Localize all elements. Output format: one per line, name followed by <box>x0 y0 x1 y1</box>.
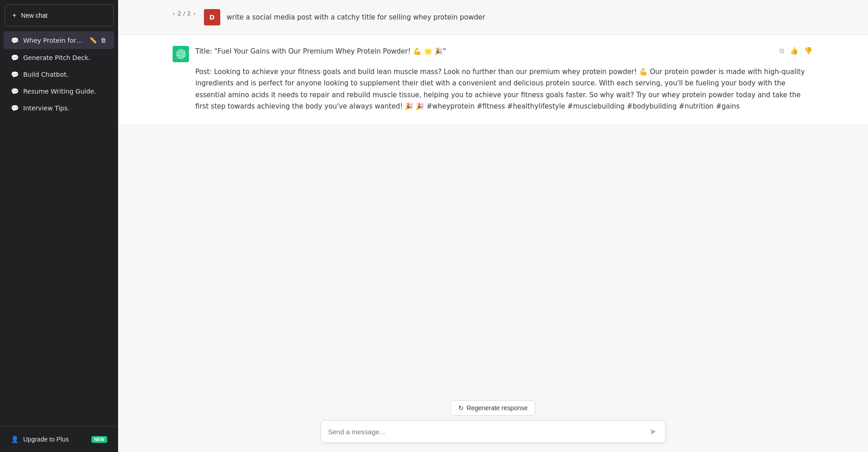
chat-icon: 💬 <box>11 37 19 44</box>
regenerate-label: Regenerate response <box>466 404 528 412</box>
sidebar-item-label-2: Generate Pitch Deck. <box>23 54 107 61</box>
user-message-row: ‹ 2 / 2 › D write a social media post wi… <box>118 0 868 35</box>
new-badge: NEW <box>91 436 107 443</box>
sidebar-item-resume-writing[interactable]: 💬 Resume Writing Guide. <box>4 83 114 99</box>
sidebar-nav: 💬 Whey Protein for Gains. ✏️ 🗑 💬 Generat… <box>0 29 118 426</box>
sidebar-item-whey-protein[interactable]: 💬 Whey Protein for Gains. ✏️ 🗑 <box>4 31 114 49</box>
edit-chat-button[interactable]: ✏️ <box>89 36 98 45</box>
pagination-current: 2 / 2 <box>178 10 191 17</box>
next-arrow[interactable]: › <box>193 10 196 17</box>
delete-chat-button[interactable]: 🗑 <box>99 36 107 45</box>
new-chat-button[interactable]: + New chat <box>5 5 114 26</box>
message-actions: ⧉ 👍 👎 <box>779 46 813 56</box>
chat-icon-5: 💬 <box>11 104 19 112</box>
upgrade-button[interactable]: 👤 Upgrade to Plus NEW <box>5 431 114 447</box>
thumbs-down-button[interactable]: 👎 <box>803 46 813 56</box>
chat-area: ‹ 2 / 2 › D write a social media post wi… <box>118 0 868 395</box>
assistant-title: Title: "Fuel Your Gains with Our Premium… <box>195 46 813 58</box>
item-actions: ✏️ 🗑 <box>89 36 107 45</box>
assistant-post: Post: Looking to achieve your fitness go… <box>195 66 813 113</box>
sidebar-item-label-5: Interview Tips. <box>23 104 107 112</box>
plus-icon: + <box>12 11 16 20</box>
assistant-content: Title: "Fuel Your Gains with Our Premium… <box>195 46 813 113</box>
sidebar: + New chat 💬 Whey Protein for Gains. ✏️ … <box>0 0 118 452</box>
assistant-avatar <box>173 46 189 62</box>
sidebar-item-label: Whey Protein for Gains. <box>23 37 84 44</box>
sidebar-item-label-4: Resume Writing Guide. <box>23 88 107 95</box>
chat-icon-2: 💬 <box>11 54 19 61</box>
sidebar-item-label-3: Build Chatbot. <box>23 71 107 78</box>
sidebar-footer: 👤 Upgrade to Plus NEW <box>0 426 118 452</box>
prev-arrow[interactable]: ‹ <box>173 10 175 17</box>
new-chat-label: New chat <box>21 12 47 19</box>
user-icon: 👤 <box>11 436 19 443</box>
assistant-message-row: Title: "Fuel Your Gains with Our Premium… <box>118 35 868 124</box>
user-message-text: write a social media post with a catchy … <box>227 9 485 23</box>
regenerate-button[interactable]: ↻ Regenerate response <box>451 400 536 416</box>
thumbs-up-button[interactable]: 👍 <box>789 46 799 56</box>
sidebar-item-pitch-deck[interactable]: 💬 Generate Pitch Deck. <box>4 50 114 66</box>
chat-icon-3: 💬 <box>11 71 19 78</box>
pagination: ‹ 2 / 2 › <box>173 10 196 17</box>
regenerate-icon: ↻ <box>458 404 464 412</box>
sidebar-item-interview-tips[interactable]: 💬 Interview Tips. <box>4 100 114 116</box>
send-button[interactable]: ➤ <box>648 427 658 437</box>
bottom-area: ↻ Regenerate response ➤ <box>118 395 868 452</box>
user-avatar: D <box>204 9 220 25</box>
message-input[interactable] <box>328 426 648 437</box>
chat-icon-4: 💬 <box>11 88 19 95</box>
send-icon: ➤ <box>650 427 656 436</box>
sidebar-item-build-chatbot[interactable]: 💬 Build Chatbot. <box>4 66 114 83</box>
upgrade-label: Upgrade to Plus <box>23 436 69 443</box>
copy-button[interactable]: ⧉ <box>779 46 785 56</box>
main-content: ‹ 2 / 2 › D write a social media post wi… <box>118 0 868 452</box>
input-container: ➤ <box>321 420 666 443</box>
